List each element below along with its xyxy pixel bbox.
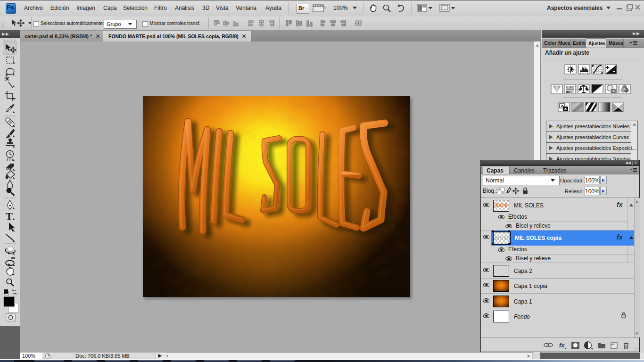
svg-text:T: T — [6, 210, 13, 222]
svg-text:fx: fx — [559, 342, 565, 349]
